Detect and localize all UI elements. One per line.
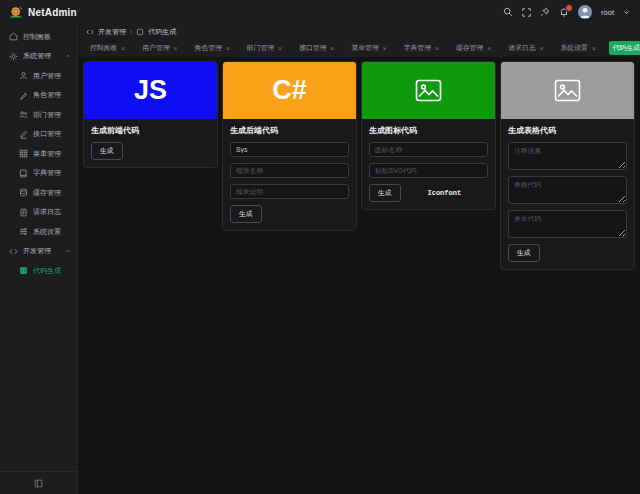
sidebar-item-label: 部门管理 bbox=[33, 110, 61, 120]
csharp-logo: C# bbox=[272, 75, 307, 106]
tab-dashboard[interactable]: 控制面板× bbox=[86, 41, 129, 55]
image-icon bbox=[554, 79, 581, 102]
settings-icon bbox=[19, 227, 28, 236]
close-icon[interactable]: × bbox=[487, 45, 491, 52]
sidebar-item-menus[interactable]: 菜单管理 bbox=[0, 144, 77, 164]
generate-icon-button[interactable]: 生成 bbox=[369, 184, 401, 202]
close-icon[interactable]: × bbox=[121, 45, 125, 52]
sidebar-item-label: 角色管理 bbox=[33, 90, 61, 100]
image-icon bbox=[415, 79, 442, 102]
sidebar-item-dashboard[interactable]: 控制面板 bbox=[0, 27, 77, 47]
tab-label: 用户管理 bbox=[142, 43, 169, 53]
tab-label: 接口管理 bbox=[299, 43, 326, 53]
tab-request-log[interactable]: 请求日志× bbox=[504, 41, 547, 55]
card-banner-js: JS bbox=[84, 62, 217, 119]
tab-system-settings[interactable]: 系统设置× bbox=[557, 41, 600, 55]
close-icon[interactable]: × bbox=[173, 45, 177, 52]
collapse-sidebar-icon[interactable] bbox=[34, 479, 43, 488]
sidebar-item-dictionary[interactable]: 字典管理 bbox=[0, 164, 77, 184]
svg-code-input[interactable] bbox=[369, 163, 488, 178]
module-description-input[interactable] bbox=[230, 184, 349, 199]
card-banner-icon bbox=[362, 62, 495, 119]
username[interactable]: root bbox=[601, 8, 614, 17]
avatar[interactable] bbox=[578, 5, 592, 19]
close-icon[interactable]: × bbox=[278, 45, 282, 52]
sidebar-item-users[interactable]: 用户管理 bbox=[0, 66, 77, 86]
close-icon[interactable]: × bbox=[592, 45, 596, 52]
tab-cache[interactable]: 缓存管理× bbox=[452, 41, 495, 55]
card-title: 生成图标代码 bbox=[369, 125, 488, 136]
content-area: JS 生成前端代码 生成 C# 生成后端代码 生成 bbox=[79, 57, 640, 494]
chevron-down-icon[interactable] bbox=[623, 9, 630, 16]
search-icon[interactable] bbox=[503, 7, 513, 17]
card-frontend-code: JS 生成前端代码 生成 bbox=[83, 61, 218, 168]
chevron-up-icon bbox=[65, 53, 71, 59]
app-logo[interactable]: NetAdmin bbox=[8, 5, 77, 20]
tab-menus[interactable]: 菜单管理× bbox=[347, 41, 390, 55]
sidebar-item-label: 接口管理 bbox=[33, 129, 61, 139]
card-banner-csharp: C# bbox=[223, 62, 356, 119]
form-code-textarea[interactable] bbox=[508, 210, 627, 238]
tab-label: 角色管理 bbox=[195, 43, 222, 53]
generate-table-button[interactable]: 生成 bbox=[508, 244, 540, 262]
role-icon bbox=[19, 91, 28, 100]
tab-label: 请求日志 bbox=[508, 43, 535, 53]
close-icon[interactable]: × bbox=[539, 45, 543, 52]
sidebar-item-request-log[interactable]: 请求日志 bbox=[0, 203, 77, 223]
card-title: 生成表格代码 bbox=[508, 125, 627, 136]
sidebar-item-api[interactable]: 接口管理 bbox=[0, 125, 77, 145]
icon-name-input[interactable] bbox=[369, 142, 488, 157]
breadcrumb-section[interactable]: 开发管理 bbox=[98, 27, 126, 37]
sidebar-group-system[interactable]: 系统管理 bbox=[0, 47, 77, 67]
iconfont-link[interactable]: Iconfont bbox=[401, 189, 488, 197]
menu-grid-icon bbox=[19, 149, 28, 158]
generate-frontend-button[interactable]: 生成 bbox=[91, 142, 123, 160]
sidebar-item-system-settings[interactable]: 系统设置 bbox=[0, 222, 77, 242]
tab-label: 菜单管理 bbox=[351, 43, 378, 53]
sidebar-item-label: 系统设置 bbox=[33, 227, 61, 237]
sidebar-footer bbox=[0, 471, 77, 494]
notifications-bell-icon[interactable] bbox=[559, 7, 569, 17]
sidebar-item-departments[interactable]: 部门管理 bbox=[0, 105, 77, 125]
sidebar-item-code-generation[interactable]: 代码生成 bbox=[0, 261, 77, 281]
close-icon[interactable]: × bbox=[330, 45, 334, 52]
sidebar-item-label: 缓存管理 bbox=[33, 188, 61, 198]
codegen-icon bbox=[19, 266, 28, 275]
cache-icon bbox=[19, 188, 28, 197]
dictionary-icon bbox=[19, 169, 28, 178]
sidebar-item-cache[interactable]: 缓存管理 bbox=[0, 183, 77, 203]
tab-roles[interactable]: 角色管理× bbox=[191, 41, 234, 55]
close-icon[interactable]: × bbox=[383, 45, 387, 52]
sidebar-item-roles[interactable]: 角色管理 bbox=[0, 86, 77, 106]
tab-departments[interactable]: 部门管理× bbox=[243, 41, 286, 55]
module-name-input[interactable] bbox=[230, 163, 349, 178]
tab-users[interactable]: 用户管理× bbox=[138, 41, 181, 55]
topbar-actions: root bbox=[503, 5, 630, 19]
tab-dictionary[interactable]: 字典管理× bbox=[400, 41, 443, 55]
code-icon bbox=[86, 28, 94, 36]
generate-backend-button[interactable]: 生成 bbox=[230, 205, 262, 223]
sidebar-item-label: 菜单管理 bbox=[33, 149, 61, 159]
table-code-textarea[interactable] bbox=[508, 176, 627, 204]
comment-info-textarea[interactable] bbox=[508, 142, 627, 170]
sidebar-item-label: 系统管理 bbox=[23, 51, 51, 61]
sidebar-item-label: 请求日志 bbox=[33, 207, 61, 217]
close-icon[interactable]: × bbox=[226, 45, 230, 52]
card-title: 生成后端代码 bbox=[230, 125, 349, 136]
card-backend-code: C# 生成后端代码 生成 bbox=[222, 61, 357, 231]
tab-label: 缓存管理 bbox=[456, 43, 483, 53]
close-icon[interactable]: × bbox=[435, 45, 439, 52]
code-icon bbox=[9, 247, 18, 256]
js-logo: JS bbox=[134, 75, 167, 106]
fullscreen-icon[interactable] bbox=[522, 8, 531, 17]
tab-code-generation[interactable]: 代码生成× bbox=[609, 41, 640, 55]
card-title: 生成前端代码 bbox=[91, 125, 210, 136]
namespace-input[interactable] bbox=[230, 142, 349, 157]
pin-icon[interactable] bbox=[540, 7, 550, 17]
breadcrumb-page: 代码生成 bbox=[148, 27, 176, 37]
sidebar-group-development[interactable]: 开发管理 bbox=[0, 242, 77, 262]
tab-api[interactable]: 接口管理× bbox=[295, 41, 338, 55]
tab-bar: 控制面板× 用户管理× 角色管理× 部门管理× 接口管理× 菜单管理× 字典管理… bbox=[79, 39, 640, 57]
card-icon-code: 生成图标代码 生成 Iconfont bbox=[361, 61, 496, 210]
api-icon bbox=[19, 130, 28, 139]
